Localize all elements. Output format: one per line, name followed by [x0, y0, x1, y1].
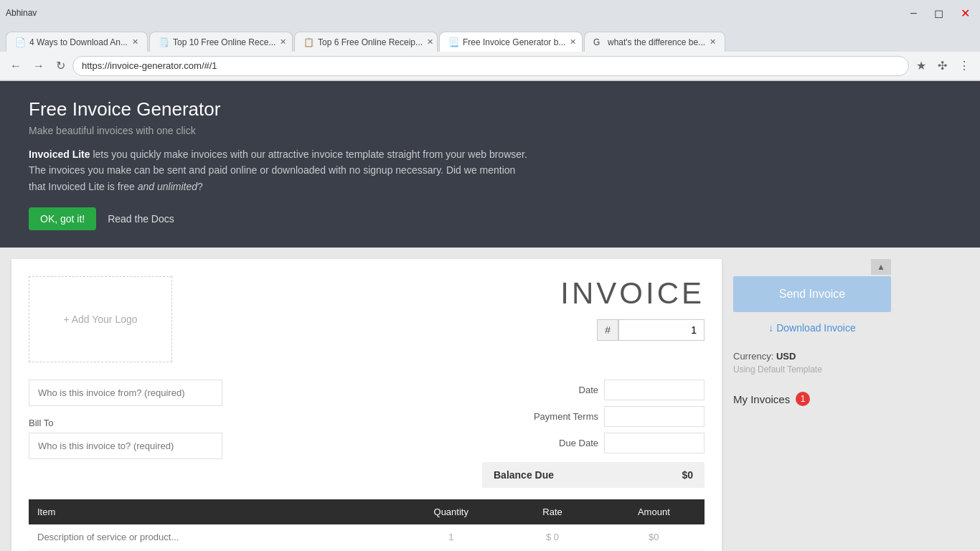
banner-title: Free Invoice Generator — [29, 98, 951, 121]
menu-button[interactable]: ⋮ — [954, 56, 974, 75]
tab-close-5[interactable]: ✕ — [710, 37, 716, 47]
tab-favicon-2: 🗒️ — [159, 37, 169, 47]
nav-bar: ← → ↻ ★ ✣ ⋮ — [0, 52, 980, 80]
sidebar: ▲ Send Invoice ↓ Download Invoice Curren… — [733, 259, 891, 415]
banner-desc-pre: lets you quickly make invoices with our … — [29, 149, 527, 192]
invoice-title: INVOICE — [560, 276, 705, 311]
date-label: Date — [512, 385, 598, 395]
bookmark-button[interactable]: ★ — [912, 56, 930, 75]
invoice-container: + Add Your Logo INVOICE # Bill To — [11, 259, 722, 551]
scroll-up-button[interactable]: ▲ — [871, 259, 891, 275]
invoice-middle: Bill To Date Payment Terms Due Date — [29, 380, 705, 488]
banner-description: Invoiced Lite lets you quickly make invo… — [29, 146, 531, 194]
ok-button[interactable]: OK, got it! — [29, 207, 96, 230]
tab-favicon-5: G — [593, 37, 603, 47]
date-input[interactable] — [604, 380, 705, 400]
address-bar[interactable] — [72, 56, 909, 76]
my-invoices-label: My Invoices — [733, 393, 790, 405]
tab-1[interactable]: 📄 4 Ways to Download An... ✕ — [6, 32, 148, 52]
invoice-right: Date Payment Terms Due Date Balance Due … — [482, 380, 705, 488]
item-quantity-input[interactable] — [400, 524, 501, 550]
item-rate-cell — [501, 524, 603, 550]
close-button[interactable]: ✕ — [956, 5, 974, 22]
logo-upload-area[interactable]: + Add Your Logo — [29, 276, 172, 362]
nav-icons: ★ ✣ ⋮ — [912, 56, 974, 75]
table-row — [29, 524, 705, 550]
invoice-header-right: INVOICE # — [560, 276, 705, 362]
tab-close-4[interactable]: ✕ — [570, 37, 576, 47]
invoice-top: + Add Your Logo INVOICE # — [29, 276, 705, 362]
logo-placeholder-text: + Add Your Logo — [63, 314, 137, 325]
banner-desc-post: ? — [197, 181, 203, 192]
items-table-body — [29, 524, 705, 550]
tab-bar: 📄 4 Ways to Download An... ✕ 🗒️ Top 10 F… — [0, 26, 980, 52]
item-description-input[interactable] — [29, 524, 400, 550]
minimize-button[interactable]: – — [906, 5, 921, 21]
refresh-button[interactable]: ↻ — [52, 56, 70, 75]
tab-close-3[interactable]: ✕ — [427, 37, 433, 47]
payment-terms-input[interactable] — [604, 406, 705, 427]
download-invoice-button[interactable]: ↓ Download Invoice — [733, 314, 891, 342]
tab-3[interactable]: 📋 Top 6 Free Online Receip... ✕ — [294, 32, 438, 52]
maximize-button[interactable]: ◻ — [930, 5, 948, 22]
invoice-left-top: + Add Your Logo — [29, 276, 172, 362]
read-docs-button[interactable]: Read the Docs — [108, 213, 174, 225]
bill-to-input[interactable] — [29, 433, 222, 459]
banner-subtitle: Make beautiful invoices with one click — [29, 125, 951, 136]
tab-label-1: 4 Ways to Download An... — [29, 37, 128, 47]
main-layout: + Add Your Logo INVOICE # Bill To — [0, 248, 980, 551]
items-table-header: Item Quantity Rate Amount — [29, 499, 705, 524]
invoice-from-input[interactable] — [29, 380, 222, 406]
info-banner: Free Invoice Generator Make beautiful in… — [0, 81, 980, 248]
my-invoices-count-badge: 1 — [796, 392, 810, 406]
item-amount-cell — [603, 524, 705, 550]
invoice-left: Bill To — [29, 380, 465, 488]
bill-to-label: Bill To — [29, 418, 465, 428]
col-amount: Amount — [603, 499, 705, 524]
currency-value: USD — [776, 351, 796, 362]
tab-favicon-4: 📃 — [448, 37, 458, 47]
user-name: Abhinav — [6, 8, 37, 18]
tab-close-2[interactable]: ✕ — [280, 37, 286, 47]
title-bar: Abhinav – ◻ ✕ — [0, 0, 980, 26]
item-amount-input[interactable] — [603, 524, 705, 550]
date-row: Date — [482, 380, 705, 400]
item-rate-input[interactable] — [501, 524, 603, 550]
tab-label-3: Top 6 Free Online Receip... — [318, 37, 423, 47]
tab-favicon-1: 📄 — [15, 37, 25, 47]
tab-2[interactable]: 🗒️ Top 10 Free Online Rece... ✕ — [149, 32, 293, 52]
item-quantity-cell — [400, 524, 501, 550]
window-controls: – ◻ ✕ — [906, 5, 974, 22]
invoice-number-input[interactable] — [618, 319, 705, 341]
extensions-button[interactable]: ✣ — [933, 56, 951, 75]
payment-terms-row: Payment Terms — [482, 406, 705, 427]
balance-due-value: $0 — [682, 469, 693, 481]
items-header-row: Item Quantity Rate Amount — [29, 499, 705, 524]
banner-italic: and unlimited — [138, 181, 197, 192]
tab-label-5: what's the difference be... — [608, 37, 705, 47]
tab-label-2: Top 10 Free Online Rece... — [173, 37, 275, 47]
due-date-label: Due Date — [512, 438, 598, 448]
col-quantity: Quantity — [400, 499, 501, 524]
brand-name: Invoiced Lite — [29, 149, 90, 160]
hash-symbol: # — [597, 319, 618, 341]
tab-label-4: Free Invoice Generator b... — [463, 37, 565, 47]
currency-label: Currency: — [733, 351, 773, 362]
balance-due-label: Balance Due — [494, 469, 554, 481]
tab-5[interactable]: G what's the difference be... ✕ — [584, 32, 725, 52]
back-button[interactable]: ← — [6, 57, 26, 75]
forward-button[interactable]: → — [29, 57, 49, 75]
due-date-row: Due Date — [482, 433, 705, 453]
col-rate: Rate — [501, 499, 603, 524]
send-invoice-button[interactable]: Send Invoice — [733, 276, 891, 312]
browser-chrome: Abhinav – ◻ ✕ 📄 4 Ways to Download An...… — [0, 0, 980, 81]
invoice-dates: Date Payment Terms Due Date Balance Due … — [482, 380, 705, 488]
tab-favicon-3: 📋 — [303, 37, 314, 47]
tab-4[interactable]: 📃 Free Invoice Generator b... ✕ — [439, 32, 583, 52]
my-invoices-section: My Invoices 1 — [733, 383, 891, 415]
col-item: Item — [29, 499, 400, 524]
using-template-label: Using Default Template — [733, 364, 891, 375]
tab-close-1[interactable]: ✕ — [132, 37, 138, 47]
due-date-input[interactable] — [604, 433, 705, 453]
balance-due-row: Balance Due $0 — [482, 462, 705, 488]
